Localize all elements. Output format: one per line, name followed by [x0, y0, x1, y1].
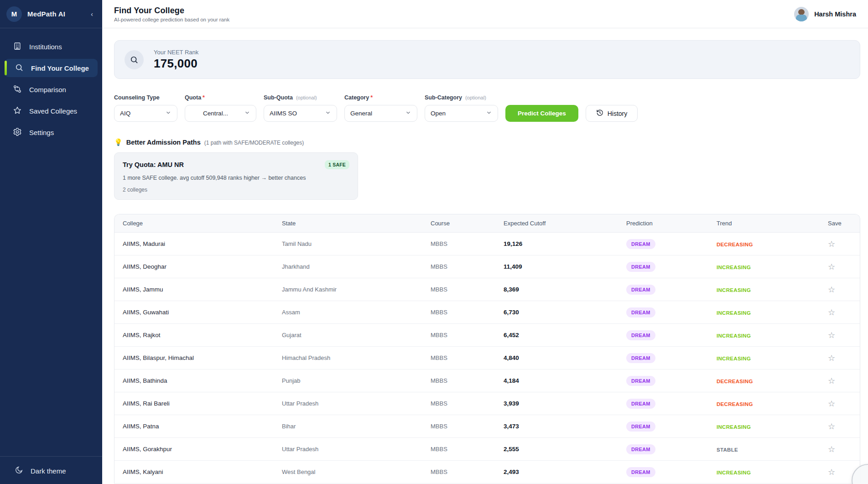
filter-label: Sub-Category(optional) — [425, 94, 498, 101]
col-header-prediction: Prediction — [626, 220, 717, 227]
content: Your NEET Rank 175,000 Counseling Type A… — [102, 28, 868, 484]
sub-quota-select[interactable]: AIIMS SO — [264, 105, 337, 122]
quota-select[interactable]: Central... — [185, 105, 256, 122]
college-name: AIIMS, Rajkot — [123, 332, 282, 338]
prediction-badge: DREAM — [626, 444, 655, 454]
neet-rank-card: Your NEET Rank 175,000 — [114, 40, 860, 79]
path-suggestion-card[interactable]: Try Quota: AMU NR 1 SAFE 1 more SAFE col… — [114, 152, 358, 200]
chevron-down-icon — [482, 109, 492, 117]
rank-label: Your NEET Rank — [154, 49, 198, 56]
filter-sub-category: Sub-Category(optional) Open — [425, 94, 498, 122]
save-star-button[interactable]: ☆ — [828, 286, 860, 294]
prediction-badge: DREAM — [626, 376, 655, 386]
sub-category-select[interactable]: Open — [425, 105, 498, 122]
save-star-button[interactable]: ☆ — [828, 331, 860, 339]
table-row: AIIMS, Bathinda Punjab MBBS 4,184 DREAM … — [114, 370, 860, 392]
filter-label: Counseling Type — [114, 94, 177, 101]
prediction-badge: DREAM — [626, 262, 655, 272]
dark-theme-toggle[interactable]: Dark theme — [5, 463, 98, 476]
trend-label: DECREASING — [717, 401, 753, 407]
trend-label: INCREASING — [717, 310, 751, 316]
sidebar-item-find-your-college[interactable]: Find Your College — [5, 59, 98, 77]
safe-count-badge: 1 SAFE — [325, 160, 349, 169]
prediction-badge: DREAM — [626, 422, 655, 432]
sidebar: M MedPath AI ‹ Institutions Find Your Co… — [0, 0, 102, 484]
sidebar-item-institutions[interactable]: Institutions — [5, 37, 98, 56]
prediction-badge: DREAM — [626, 399, 655, 409]
sidebar-item-label: Institutions — [29, 43, 62, 51]
sidebar-footer: Dark theme — [0, 456, 102, 484]
save-star-button[interactable]: ☆ — [828, 308, 860, 317]
table-row: AIIMS, Guwahati Assam MBBS 6,730 DREAM I… — [114, 301, 860, 324]
sidebar-item-label: Comparison — [29, 86, 66, 94]
table-row: AIIMS, Gorakhpur Uttar Pradesh MBBS 2,55… — [114, 438, 860, 461]
college-name: AIIMS, Bathinda — [123, 377, 282, 384]
trend-label: INCREASING — [717, 470, 751, 475]
better-paths-subtitle: (1 path with SAFE/MODERATE colleges) — [204, 140, 304, 146]
table-row: AIIMS, Bilaspur, Himachal Himachal Prade… — [114, 347, 860, 370]
save-star-button[interactable]: ☆ — [828, 422, 860, 431]
save-star-button[interactable]: ☆ — [828, 400, 860, 408]
save-star-button[interactable]: ☆ — [828, 354, 860, 362]
sidebar-item-label: Find Your College — [31, 64, 89, 72]
save-star-button[interactable]: ☆ — [828, 263, 860, 271]
page-subtitle: AI-powered college prediction based on y… — [114, 17, 229, 22]
college-name: AIIMS, Guwahati — [123, 309, 282, 316]
sidebar-header: M MedPath AI ‹ — [0, 0, 102, 28]
trend-label: DECREASING — [717, 242, 753, 247]
filter-label: Quota* — [185, 94, 256, 101]
filter-counseling-type: Counseling Type AIQ — [114, 94, 177, 122]
building-icon — [13, 42, 22, 52]
moon-icon — [15, 466, 23, 476]
table-header-row: College State Course Expected Cutoff Pre… — [114, 214, 860, 233]
compare-icon — [13, 84, 22, 95]
save-star-button[interactable]: ☆ — [828, 377, 860, 385]
page-title: Find Your College — [114, 6, 229, 16]
filter-label: Category* — [344, 94, 417, 101]
college-name: AIIMS, Gorakhpur — [123, 446, 282, 453]
sidebar-item-settings[interactable]: Settings — [5, 123, 98, 141]
prediction-badge: DREAM — [626, 239, 655, 249]
rank-info: Your NEET Rank 175,000 — [154, 49, 198, 71]
college-name: AIIMS, Madurai — [123, 240, 282, 247]
table-row: AIIMS, Rajkot Gujarat MBBS 6,452 DREAM I… — [114, 324, 860, 347]
category-select[interactable]: General — [344, 105, 417, 122]
sidebar-item-label: Saved Colleges — [29, 107, 77, 115]
college-name: AIIMS, Jammu — [123, 286, 282, 293]
user-menu[interactable]: Harsh Mishra — [794, 7, 856, 21]
avatar — [794, 7, 809, 21]
filter-quota: Quota* Central... — [185, 94, 256, 122]
lightbulb-icon: 💡 — [114, 138, 123, 146]
better-paths-header: 💡 Better Admission Paths (1 path with SA… — [114, 138, 860, 146]
sidebar-collapse-icon[interactable]: ‹ — [88, 9, 96, 19]
predict-colleges-button[interactable]: Predict Colleges — [505, 105, 578, 122]
sidebar-menu: Institutions Find Your College Compariso… — [0, 28, 102, 141]
history-button[interactable]: History — [586, 105, 638, 122]
prediction-badge: DREAM — [626, 353, 655, 363]
prediction-badge: DREAM — [626, 307, 655, 317]
save-star-button[interactable]: ☆ — [828, 240, 860, 248]
brand-name: MedPath AI — [27, 10, 65, 18]
college-name: AIIMS, Patna — [123, 423, 282, 430]
chevron-down-icon — [321, 109, 331, 117]
search-icon — [15, 63, 24, 73]
college-name: AIIMS, Bilaspur, Himachal — [123, 354, 282, 361]
trend-label: DECREASING — [717, 379, 753, 384]
filter-sub-quota: Sub-Quota(optional) AIIMS SO — [264, 94, 337, 122]
sidebar-item-saved-colleges[interactable]: Saved Colleges — [5, 102, 98, 120]
counseling-type-select[interactable]: AIQ — [114, 105, 177, 122]
app-window: M MedPath AI ‹ Institutions Find Your Co… — [0, 0, 868, 484]
trend-label: INCREASING — [717, 265, 751, 270]
sidebar-item-comparison[interactable]: Comparison — [5, 80, 98, 99]
main-area: Find Your College AI-powered college pre… — [102, 0, 868, 484]
trend-label: INCREASING — [717, 287, 751, 293]
chevron-down-icon — [401, 109, 411, 117]
star-icon — [13, 106, 22, 116]
sidebar-item-label: Settings — [29, 129, 54, 136]
page-heading: Find Your College AI-powered college pre… — [114, 6, 229, 22]
gear-icon — [13, 127, 22, 138]
rank-value: 175,000 — [154, 57, 198, 71]
college-name: AIIMS, Kalyani — [123, 468, 282, 475]
college-name: AIIMS, Deoghar — [123, 263, 282, 270]
save-star-button[interactable]: ☆ — [828, 445, 860, 453]
